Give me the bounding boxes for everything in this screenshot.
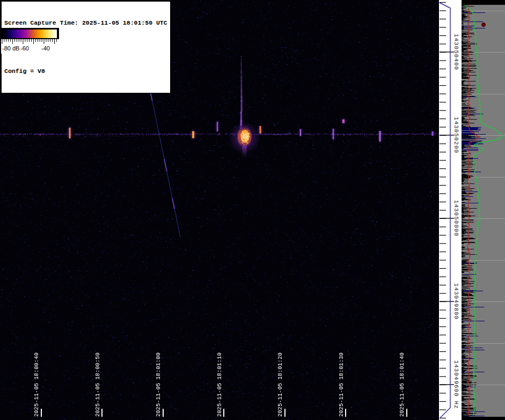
frequency-axis-label: 143049800 <box>453 283 459 320</box>
time-axis-tick <box>101 409 103 417</box>
time-axis-tick <box>41 409 42 417</box>
time-axis-label: 2025-11-05 18:01:30 <box>338 352 345 417</box>
spectrogram-app-window: Screen Capture Time: 2025-11-05 18:01:50… <box>0 0 505 420</box>
frequency-axis-label: 143050200 <box>453 117 459 153</box>
color-scale-ruler: -80 dB-60-40 <box>1 39 59 54</box>
time-axis-label: 2025-11-05 18:01:40 <box>399 352 405 417</box>
frequency-axis-label: 143050400 <box>453 34 459 70</box>
time-axis-tick <box>223 409 224 417</box>
color-scale-label: -80 dB <box>2 45 19 51</box>
time-axis-label: 2025-11-05 18:01:10 <box>216 352 223 417</box>
frequency-axis-label: 143049600 Hz <box>453 360 459 409</box>
config-text: Config = V8 <box>4 67 167 75</box>
color-scale-legend: -80 dB-60-40 <box>1 28 59 54</box>
color-scale-label: -60 <box>20 45 29 51</box>
spectrum-panel-canvas <box>462 5 505 417</box>
time-axis-label: 2025-11-05 18:01:20 <box>277 352 283 417</box>
capture-time-text: Screen Capture Time: 2025-11-05 18:01:50… <box>4 19 167 27</box>
time-axis-tick <box>406 409 407 417</box>
time-axis-label: 2025-11-05 18:00:50 <box>94 352 101 417</box>
color-gradient-bar <box>3 30 57 38</box>
live-spectrum-panel <box>462 5 505 417</box>
time-axis-label: 2025-11-05 18:01:00 <box>155 352 162 417</box>
frequency-axis-label: 143050000 <box>453 200 459 237</box>
color-scale-label: -40 <box>41 45 50 51</box>
time-axis-tick <box>345 409 346 417</box>
time-axis-tick <box>284 409 286 417</box>
time-axis-label: 2025-11-05 18:00:40 <box>33 352 40 417</box>
time-axis-tick <box>163 409 164 417</box>
